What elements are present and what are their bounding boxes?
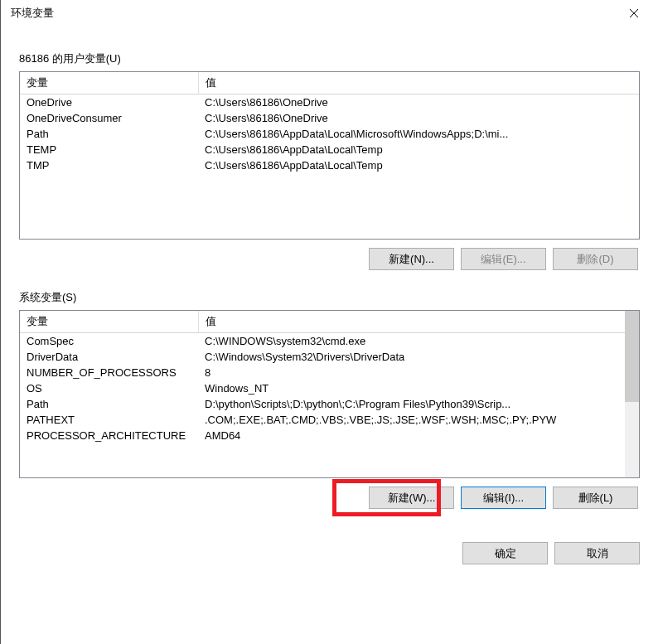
window-title: 环境变量 [11,6,54,21]
table-row[interactable]: TEMPC:\Users\86186\AppData\Local\Temp [20,142,639,157]
cell-value: .COM;.EXE;.BAT;.CMD;.VBS;.VBE;.JS;.JSE;.… [198,412,625,428]
cell-value: AMD64 [198,428,625,443]
table-header: 变量 值 [20,311,625,333]
cell-value: C:\Users\86186\AppData\Local\Temp [198,142,639,157]
cell-variable: OneDrive [20,94,198,111]
system-button-row: 新建(W)... 编辑(I)... 删除(L) [19,487,640,509]
scrollbar[interactable] [625,311,639,477]
system-variables-listview[interactable]: 变量 值 ComSpecC:\WINDOWS\system32\cmd.exeD… [19,310,640,478]
column-header-variable[interactable]: 变量 [20,72,198,94]
table-row[interactable]: PROCESSOR_ARCHITECTUREAMD64 [20,428,625,443]
ok-button[interactable]: 确定 [462,542,548,564]
cell-value: C:\WINDOWS\system32\cmd.exe [198,333,625,350]
cell-variable: TEMP [20,142,198,157]
cell-variable: Path [20,396,198,412]
cell-variable: ComSpec [20,333,198,350]
cell-variable: Path [20,126,198,142]
cell-value: D:\python\Scripts\;D:\python\;C:\Program… [198,396,625,412]
cell-value: 8 [198,365,625,380]
cell-variable: DriverData [20,349,198,365]
cell-value: C:\Users\86186\AppData\Local\Microsoft\W… [198,126,639,142]
column-header-variable[interactable]: 变量 [20,311,198,333]
cancel-button[interactable]: 取消 [554,542,640,564]
system-section-label: 系统变量(S) [19,290,640,305]
dialog-button-row: 确定 取消 [1,525,658,564]
user-button-row: 新建(N)... 编辑(E)... 删除(D) [19,248,640,270]
table-row[interactable]: OneDriveConsumerC:\Users\86186\OneDrive [20,110,639,126]
cell-variable: PATHEXT [20,412,198,428]
cell-variable: OneDriveConsumer [20,110,198,126]
table-row[interactable]: PATHEXT.COM;.EXE;.BAT;.CMD;.VBS;.VBE;.JS… [20,412,625,428]
user-section-label: 86186 的用户变量(U) [19,51,640,66]
table-row[interactable]: OSWindows_NT [20,380,625,396]
table-row[interactable]: NUMBER_OF_PROCESSORS8 [20,365,625,380]
cell-variable: NUMBER_OF_PROCESSORS [20,365,198,380]
cell-variable: TMP [20,157,198,173]
table-row[interactable]: OneDriveC:\Users\86186\OneDrive [20,94,639,111]
cell-value: C:\Users\86186\AppData\Local\Temp [198,157,639,173]
scrollbar-thumb[interactable] [625,311,639,402]
cell-variable: OS [20,380,198,396]
system-new-button[interactable]: 新建(W)... [369,487,454,509]
close-icon [630,9,638,17]
table-row[interactable]: DriverDataC:\Windows\System32\Drivers\Dr… [20,349,625,365]
system-delete-button[interactable]: 删除(L) [553,487,638,509]
user-variables-listview[interactable]: 变量 值 OneDriveC:\Users\86186\OneDriveOneD… [19,71,640,240]
table-row[interactable]: TMPC:\Users\86186\AppData\Local\Temp [20,157,639,173]
cell-variable: PROCESSOR_ARCHITECTURE [20,428,198,443]
column-header-value[interactable]: 值 [198,72,639,94]
user-new-button[interactable]: 新建(N)... [369,248,454,270]
user-variables-section: 86186 的用户变量(U) 变量 值 OneDriveC:\Users\861… [19,51,640,270]
column-header-value[interactable]: 值 [198,311,625,333]
cell-value: C:\Users\86186\OneDrive [198,94,639,111]
user-edit-button[interactable]: 编辑(E)... [461,248,546,270]
table-row[interactable]: PathD:\python\Scripts\;D:\python\;C:\Pro… [20,396,625,412]
close-button[interactable] [615,0,653,27]
cell-value: Windows_NT [198,380,625,396]
table-row[interactable]: ComSpecC:\WINDOWS\system32\cmd.exe [20,333,625,350]
table-header: 变量 值 [20,72,639,94]
table-row[interactable]: PathC:\Users\86186\AppData\Local\Microso… [20,126,639,142]
system-edit-button[interactable]: 编辑(I)... [461,487,546,509]
user-delete-button[interactable]: 删除(D) [553,248,638,270]
system-variables-section: 系统变量(S) 变量 值 ComSpecC:\WINDOWS\system32\… [19,290,640,509]
cell-value: C:\Users\86186\OneDrive [198,110,639,126]
title-bar: 环境变量 [1,0,658,27]
cell-value: C:\Windows\System32\Drivers\DriverData [198,349,625,365]
